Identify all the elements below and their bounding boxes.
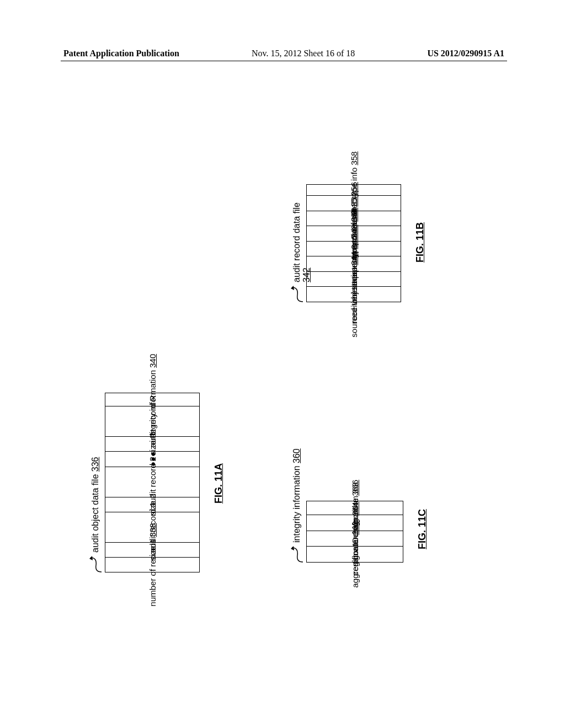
- fig-11b-title: audit record data file 342: [292, 185, 312, 282]
- brace-icon: [89, 554, 104, 574]
- table-cell: audit record 2: [105, 467, 199, 497]
- fig-11c-title-text: integrity information: [292, 465, 301, 543]
- fig-11b-title-ref: 342: [302, 267, 311, 282]
- fig-11b: audit record data file 342 sourced times…: [306, 185, 401, 302]
- table-cell: signature 368: [307, 500, 403, 515]
- fig-11c-title: integrity information 360: [292, 448, 302, 543]
- fig-11c: integrity information 360 aggregator ID …: [306, 502, 403, 563]
- fig-11c-table: aggregator ID 362certificate chain 364si…: [306, 501, 403, 563]
- header-center: Nov. 15, 2012 Sheet 16 of 18: [252, 49, 355, 58]
- fig-11a-table: number of records 338size 1audit record …: [105, 393, 200, 572]
- fig-11c-caption: FIG. 11C: [417, 509, 428, 549]
- fig-11a-title-ref: 336: [90, 457, 100, 472]
- page-header: Patent Application Publication Nov. 15, …: [63, 49, 504, 58]
- fig-11b-caption: FIG. 11B: [414, 222, 426, 263]
- header-rule: [61, 61, 507, 61]
- table-cell: audit record 1: [105, 512, 199, 542]
- brace-icon: [291, 284, 305, 304]
- fig-11a-caption: FIG. 11A: [213, 463, 225, 504]
- fig-11a-title-text: audit object data file: [90, 474, 100, 553]
- fig-11a: audit object data file 336 number of rec…: [105, 394, 200, 572]
- fig-11b-title-text: audit record data file: [292, 202, 301, 282]
- brace-icon: [291, 544, 305, 564]
- fig-11a-title: audit object data file 336: [90, 457, 100, 553]
- table-cell: integrity information 340: [105, 390, 199, 406]
- fig-11b-table: sourced timestamp 344received timestamp …: [306, 184, 401, 302]
- header-right: US 2012/0290915 A1: [427, 49, 504, 58]
- fig-11c-title-ref: 360: [292, 448, 301, 463]
- header-left: Patent Application Publication: [63, 49, 179, 58]
- table-cell: further type info 358: [307, 181, 401, 196]
